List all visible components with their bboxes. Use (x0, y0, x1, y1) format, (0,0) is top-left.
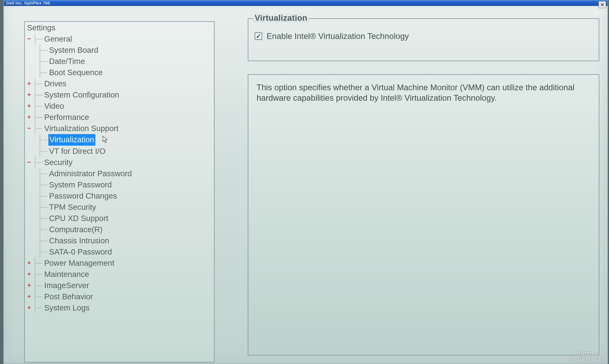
tree-leaf-cpu-xd[interactable]: CPU XD Support (48, 213, 108, 224)
tree-node-general[interactable]: General (43, 33, 72, 45)
expand-icon[interactable]: + (26, 100, 32, 111)
tree-node-drives[interactable]: Drives (43, 78, 66, 89)
watermark-line2: 技术成就梦想 亿速云 (570, 357, 605, 362)
tree-leaf-vt-direct-io[interactable]: VT for Direct I/O (48, 146, 106, 157)
tree-node-system-configuration[interactable]: System Configuration (43, 89, 119, 101)
detail-panel: Virtualization ✓ Enable Intel® Virtualiz… (248, 18, 599, 355)
enable-vt-label: Enable Intel® Virtualization Technology (267, 31, 409, 41)
tree-node-performance[interactable]: Performance (43, 112, 89, 123)
collapse-icon[interactable]: − (26, 122, 32, 134)
tree-leaf-computrace[interactable]: Computrace(R) (48, 224, 103, 235)
tree-leaf-sata0-password[interactable]: SATA-0 Password (48, 246, 112, 258)
tree-root[interactable]: Settings (26, 22, 55, 33)
groupbox-legend: Virtualization (253, 13, 309, 23)
bios-window: Dell Inc. OptiPlex 760 ✕ Settings − Gene… (3, 0, 608, 364)
collapse-icon[interactable]: − (26, 156, 32, 168)
expand-icon[interactable]: + (26, 302, 32, 313)
tree-node-video[interactable]: Video (43, 101, 64, 112)
watermark: 51CTO.com 技术成就梦想 亿速云 (570, 351, 605, 362)
tree-node-maintenance[interactable]: Maintenance (43, 269, 89, 280)
expand-icon[interactable]: + (26, 257, 32, 268)
close-button[interactable]: ✕ (598, 1, 606, 8)
description-box: This option specifies whether a Virtual … (248, 74, 599, 355)
tree-node-security[interactable]: Security (43, 157, 73, 168)
expand-icon[interactable]: + (26, 280, 32, 291)
tree-node-virtualization-support[interactable]: Virtualization Support (43, 123, 119, 134)
enable-vt-checkbox[interactable]: ✓ (255, 32, 262, 40)
tree-leaf-date-time[interactable]: Date/Time (48, 56, 85, 67)
watermark-line1: 51CTO.com (577, 351, 605, 357)
expand-icon[interactable]: + (26, 78, 32, 89)
expand-icon[interactable]: + (26, 268, 32, 280)
expand-icon[interactable]: + (26, 89, 32, 100)
tree-leaf-admin-password[interactable]: Administrator Password (48, 168, 132, 179)
tree-leaf-system-board[interactable]: System Board (48, 45, 98, 56)
settings-tree[interactable]: Settings − General System Board Date/Tim… (25, 22, 214, 313)
close-icon: ✕ (600, 2, 605, 8)
tree-node-system-logs[interactable]: System Logs (43, 302, 90, 313)
tree-leaf-password-changes[interactable]: Password Changes (48, 190, 117, 202)
description-text: This option specifies whether a Virtual … (257, 83, 574, 102)
window-title: Dell Inc. OptiPlex 760 (6, 1, 50, 5)
collapse-icon[interactable]: − (26, 33, 32, 44)
tree-leaf-system-password[interactable]: System Password (48, 179, 112, 190)
virtualization-groupbox: Virtualization ✓ Enable Intel® Virtualiz… (248, 18, 599, 61)
tree-leaf-virtualization[interactable]: Virtualization (48, 134, 95, 146)
tree-node-power-management[interactable]: Power Management (43, 258, 114, 269)
tree-leaf-tpm-security[interactable]: TPM Security (48, 202, 96, 213)
tree-node-post-behavior[interactable]: Post Behavior (43, 291, 93, 302)
expand-icon[interactable]: + (26, 291, 32, 302)
settings-tree-panel: Settings − General System Board Date/Tim… (24, 21, 214, 363)
tree-leaf-boot-sequence[interactable]: Boot Sequence (48, 67, 103, 78)
titlebar: Dell Inc. OptiPlex 760 ✕ (4, 0, 608, 6)
expand-icon[interactable]: + (26, 111, 32, 122)
tree-leaf-chassis-intrusion[interactable]: Chassis Intrusion (48, 235, 109, 246)
tree-node-imageserver[interactable]: ImageServer (43, 280, 89, 291)
